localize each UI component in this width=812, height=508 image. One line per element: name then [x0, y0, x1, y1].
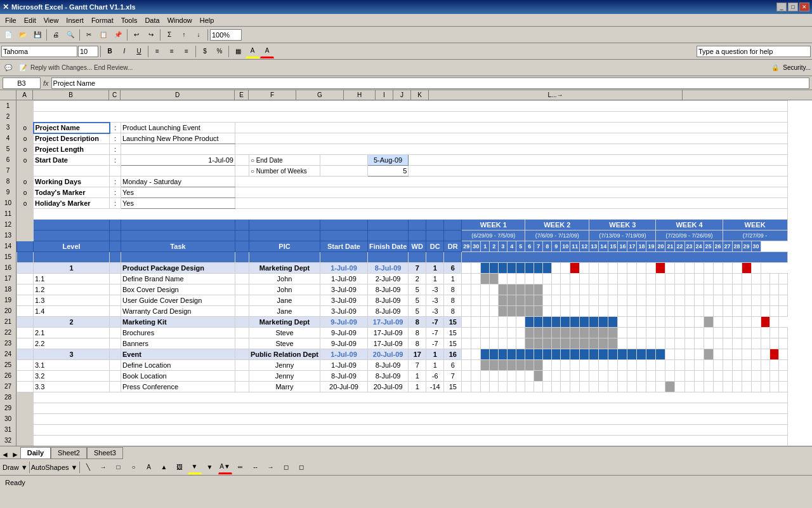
zoom-input[interactable]	[210, 29, 242, 41]
percent-button[interactable]: %	[213, 44, 226, 58]
line-style[interactable]: ═	[233, 460, 247, 474]
col-b-header[interactable]: B	[33, 90, 109, 100]
tab-scroll-left[interactable]: ◄	[1, 450, 9, 459]
help-input[interactable]	[697, 46, 811, 57]
wordart-tool[interactable]: ▲	[157, 460, 171, 474]
t2-pic: Marketing Dept	[249, 317, 320, 328]
g1-d12	[580, 263, 589, 274]
copy-button[interactable]: 📋	[96, 28, 110, 42]
menu-tools[interactable]: Tools	[117, 15, 141, 25]
dash-style[interactable]: --	[249, 460, 263, 474]
bold-button[interactable]: B	[103, 44, 117, 58]
col-e-header[interactable]: E	[235, 90, 249, 100]
print-button[interactable]: 🖨	[49, 28, 63, 42]
t2-wd: 8	[409, 317, 426, 328]
col-c-header[interactable]: C	[109, 90, 121, 100]
row-10: 10	[0, 197, 16, 208]
menu-format[interactable]: Format	[88, 15, 117, 25]
menu-edit[interactable]: Edit	[20, 15, 40, 25]
tab-sheet3[interactable]: Sheet3	[87, 447, 123, 458]
col-wd-header[interactable]: I	[376, 90, 393, 100]
redo-button[interactable]: ↪	[144, 28, 158, 42]
r6-b: Start Date	[34, 155, 110, 166]
borders-button[interactable]: ▦	[231, 44, 245, 58]
align-left-button[interactable]: ≡	[150, 44, 164, 58]
tab-scroll-right[interactable]: ►	[11, 450, 19, 459]
paste-button[interactable]: 📌	[111, 28, 125, 42]
t22-a	[17, 338, 34, 349]
r12-b	[34, 220, 110, 231]
sort-asc-button[interactable]: ↑	[177, 28, 191, 42]
font-color2[interactable]: A▼	[218, 460, 232, 474]
tab-daily[interactable]: Daily	[20, 447, 51, 458]
col-gantt-header[interactable]: L...→	[429, 90, 683, 100]
formula-input[interactable]	[51, 77, 809, 89]
align-center-button[interactable]: ≡	[165, 44, 179, 58]
col-d-header[interactable]: D	[121, 90, 235, 100]
comment-button[interactable]: 💬	[1, 61, 15, 75]
preview-button[interactable]: 🔍	[63, 28, 77, 42]
arrow-style[interactable]: →	[264, 460, 278, 474]
grid-scroll[interactable]: o Project Name : Product Launching Event…	[16, 100, 812, 446]
fill-color-button[interactable]: A	[246, 44, 259, 58]
col-h-header[interactable]: H	[344, 90, 376, 100]
menu-data[interactable]: Data	[141, 15, 163, 25]
textbox-tool[interactable]: A	[142, 460, 156, 474]
3d-style[interactable]: ◻	[294, 460, 308, 474]
col-g-header[interactable]: G	[296, 90, 344, 100]
undo-button[interactable]: ↩	[129, 28, 143, 42]
fill-dropdown[interactable]: ▼	[188, 460, 202, 474]
security-button[interactable]: 🔒	[768, 61, 782, 75]
line-color[interactable]: ▼	[203, 460, 217, 474]
menu-help[interactable]: Help	[196, 15, 218, 25]
rect-tool[interactable]: □	[112, 460, 126, 474]
restore-button[interactable]: □	[788, 3, 798, 11]
clipart-tool[interactable]: 🖼	[173, 460, 187, 474]
menu-view[interactable]: View	[40, 15, 63, 25]
close-button[interactable]: ✕	[799, 3, 809, 11]
t14-dr: 8	[444, 306, 462, 317]
r15-dc	[426, 252, 444, 263]
track-button[interactable]: 📝	[16, 61, 30, 75]
t2-dc: -7	[426, 317, 444, 328]
radio-end-date[interactable]: ○	[251, 157, 254, 164]
save-button[interactable]: 💾	[30, 28, 44, 42]
align-right-button[interactable]: ≡	[180, 44, 193, 58]
column-headers: A B C D E F G H I J K L...→	[0, 90, 812, 100]
col-dc-header[interactable]: J	[393, 90, 411, 100]
italic-button[interactable]: I	[117, 44, 131, 58]
oval-tool[interactable]: ○	[127, 460, 141, 474]
r13-dr	[444, 231, 462, 241]
radio-num-weeks[interactable]: ○	[251, 168, 254, 175]
col-f-header[interactable]: F	[249, 90, 296, 100]
open-button[interactable]: 📂	[16, 28, 30, 42]
font-color-button[interactable]: A	[260, 44, 274, 58]
cut-button[interactable]: ✂	[82, 28, 96, 42]
col-a-header[interactable]: A	[16, 90, 33, 100]
menu-insert[interactable]: Insert	[62, 15, 88, 25]
new-button[interactable]: 📄	[1, 28, 15, 42]
shadow-style[interactable]: ◻	[279, 460, 293, 474]
t33-wd: 1	[409, 382, 426, 392]
r8-rest	[235, 177, 788, 187]
fontsize-input[interactable]	[78, 46, 98, 57]
sort-desc-button[interactable]: ↓	[192, 28, 206, 42]
r15-a	[17, 252, 34, 263]
line-tool[interactable]: ╲	[81, 460, 95, 474]
menu-window[interactable]: Window	[164, 15, 196, 25]
tab-sheet2[interactable]: Sheet2	[51, 447, 87, 458]
font-input[interactable]	[1, 46, 77, 57]
row-6: 6	[0, 154, 16, 165]
arrow-tool[interactable]: →	[96, 460, 110, 474]
day-25: 25	[704, 241, 713, 252]
col-dr-header[interactable]: K	[411, 90, 429, 100]
r6-a: o	[17, 155, 34, 166]
autoshapes-button[interactable]: AutoShapes ▼	[31, 464, 78, 471]
underline-button[interactable]: U	[132, 44, 146, 58]
minimize-button[interactable]: _	[776, 3, 787, 11]
t12-finish: 8-Jul-09	[367, 284, 408, 295]
currency-button[interactable]: $	[198, 44, 212, 58]
menu-file[interactable]: File	[1, 15, 20, 25]
sum-button[interactable]: Σ	[162, 28, 176, 42]
cell-reference[interactable]	[3, 77, 41, 89]
